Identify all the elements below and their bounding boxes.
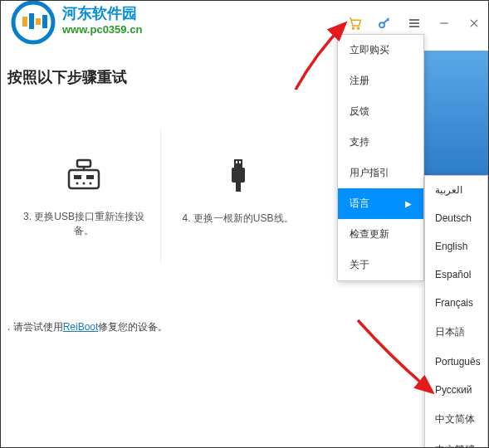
desktop-background: [424, 51, 488, 175]
step-card-4: 4. 更换一根新的USB线。: [161, 129, 315, 263]
menu-check-update[interactable]: 检查更新: [338, 219, 423, 250]
logo-title: 河东软件园: [62, 3, 142, 23]
menu-register[interactable]: 注册: [338, 66, 423, 96]
lang-russian[interactable]: Русский: [425, 376, 487, 404]
key-icon[interactable]: [377, 16, 392, 31]
step-3-text: 3. 更换USB接口重新连接设备。: [16, 210, 152, 238]
reiboot-link[interactable]: ReiBoot: [63, 321, 99, 333]
svg-rect-21: [232, 168, 245, 183]
menu-support[interactable]: 支持: [338, 127, 423, 158]
minimize-icon[interactable]: [437, 16, 452, 31]
language-submenu: العربية Deutsch English Español Français…: [424, 175, 488, 448]
chevron-right-icon: ▶: [405, 199, 412, 208]
svg-rect-11: [74, 175, 81, 179]
lang-english[interactable]: English: [425, 232, 487, 261]
close-icon[interactable]: [467, 16, 482, 31]
svg-rect-20: [239, 161, 241, 163]
svg-rect-16: [77, 160, 90, 167]
menu-user-guide[interactable]: 用户指引: [338, 158, 423, 188]
lang-chinese-traditional[interactable]: 中文繁體: [425, 435, 487, 448]
lang-french[interactable]: Français: [425, 289, 487, 317]
svg-point-3: [379, 22, 384, 27]
hamburger-menu-icon[interactable]: [407, 16, 422, 31]
svg-rect-22: [236, 183, 241, 192]
lang-arabic[interactable]: العربية: [425, 176, 487, 204]
svg-point-14: [83, 183, 86, 185]
svg-rect-18: [234, 159, 242, 168]
usb-hub-icon: [16, 158, 152, 190]
lang-chinese-simplified[interactable]: 中文简体: [425, 404, 487, 435]
lang-portuguese[interactable]: Português: [425, 348, 487, 376]
lang-german[interactable]: Deutsch: [425, 204, 487, 232]
lang-japanese[interactable]: 日本語: [425, 317, 487, 348]
svg-point-2: [357, 27, 359, 29]
main-dropdown-menu: 立即购买 注册 反馈 支持 用户指引 语言 ▶ 检查更新 关于: [337, 34, 424, 281]
menu-buy-now[interactable]: 立即购买: [338, 35, 423, 66]
menu-language[interactable]: 语言 ▶: [338, 188, 423, 219]
svg-rect-12: [86, 175, 94, 179]
svg-point-13: [76, 183, 79, 185]
menu-feedback[interactable]: 反馈: [338, 96, 423, 127]
logo-url: www.pc0359.cn: [62, 23, 142, 36]
usb-cable-icon: [169, 158, 306, 192]
footer-hint: . 请尝试使用ReiBoot修复您的设备。: [7, 320, 168, 334]
step-4-text: 4. 更换一根新的USB线。: [169, 212, 306, 226]
app-logo: 河东软件园 www.pc0359.cn: [7, 0, 142, 45]
lang-spanish[interactable]: Español: [425, 261, 487, 289]
svg-point-1: [352, 27, 354, 29]
menu-about[interactable]: 关于: [338, 250, 423, 280]
svg-point-15: [90, 183, 92, 185]
svg-rect-19: [236, 161, 237, 163]
cart-icon[interactable]: [347, 16, 362, 31]
svg-rect-10: [69, 170, 99, 188]
step-card-3: 3. 更换USB接口重新连接设备。: [7, 129, 161, 263]
